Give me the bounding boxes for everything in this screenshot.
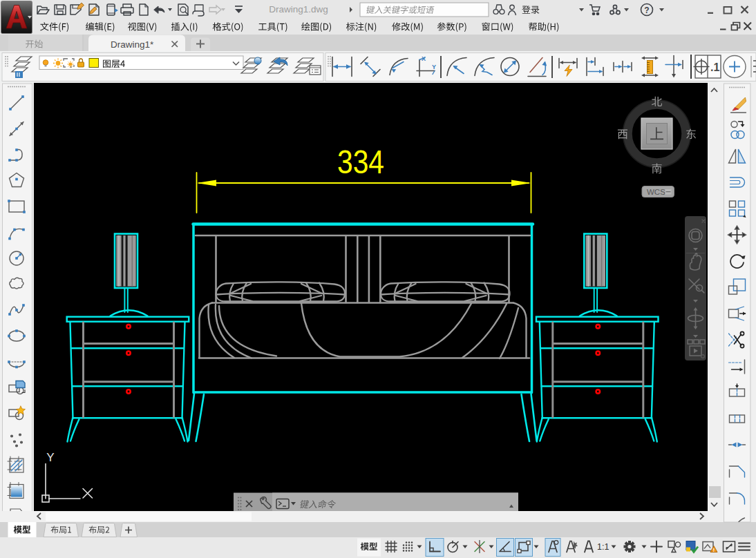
svg-text:334: 334 <box>337 143 384 180</box>
svg-text:X: X <box>422 55 426 62</box>
svg-text:?: ? <box>644 6 649 15</box>
svg-text:Drawing1.dwg: Drawing1.dwg <box>269 4 328 15</box>
svg-text:Drawing1*: Drawing1* <box>111 39 154 50</box>
svg-text:.1: .1 <box>710 61 719 73</box>
svg-text:Y: Y <box>46 451 54 464</box>
svg-text:Y: Y <box>432 64 436 70</box>
svg-text:1:1: 1:1 <box>597 542 609 552</box>
svg-text:!: ! <box>713 548 715 552</box>
svg-text:WCS: WCS <box>647 188 665 196</box>
